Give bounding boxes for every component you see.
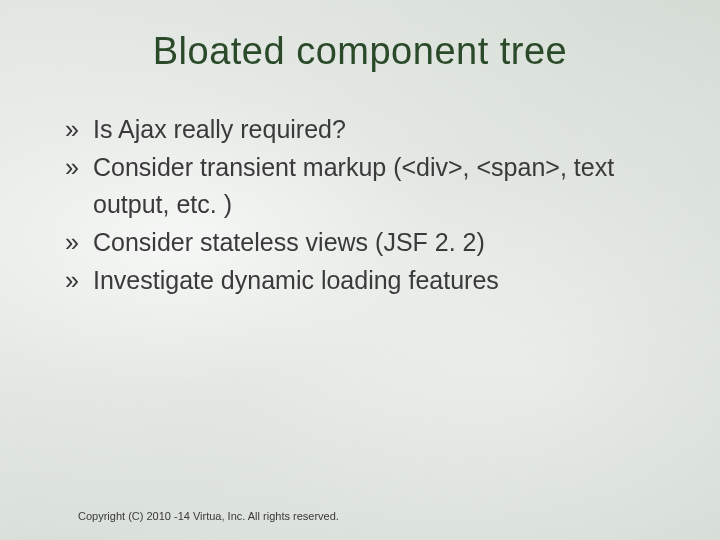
copyright-text: Copyright (C) 2010 -14 Virtua, Inc. All … <box>78 510 339 522</box>
bullet-list: Is Ajax really required? Consider transi… <box>55 111 665 298</box>
slide-title: Bloated component tree <box>55 30 665 73</box>
bullet-item: Consider transient markup (<div>, <span>… <box>65 149 665 222</box>
bullet-item: Consider stateless views (JSF 2. 2) <box>65 224 665 260</box>
bullet-item: Is Ajax really required? <box>65 111 665 147</box>
slide-container: Bloated component tree Is Ajax really re… <box>0 0 720 540</box>
bullet-item: Investigate dynamic loading features <box>65 262 665 298</box>
